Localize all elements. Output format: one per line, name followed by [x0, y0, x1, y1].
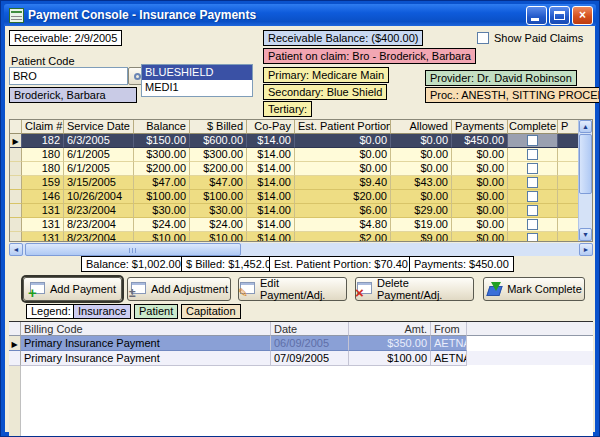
close-button[interactable]: ×	[572, 6, 593, 25]
maximize-button[interactable]	[549, 6, 570, 25]
cell-date: 06/09/2005	[271, 336, 349, 351]
scroll-left-icon[interactable]: ◄	[9, 243, 23, 256]
window-title: Payment Console - Insurance Payments	[28, 8, 526, 22]
receivable-box: Receivable: 2/9/2005	[9, 30, 122, 46]
cell-claim: 182	[22, 134, 64, 148]
payment-row[interactable]: ▶ Primary Insurance Payment 06/09/2005 $…	[9, 336, 593, 351]
complete-checkbox[interactable]	[527, 191, 538, 202]
cell-service-date: 8/23/2004	[64, 204, 134, 218]
col-date[interactable]: Date	[271, 322, 349, 336]
vertical-scroll-thumb[interactable]	[579, 134, 592, 194]
row-indicator	[10, 204, 22, 218]
complete-checkbox[interactable]	[527, 233, 538, 242]
col-amount[interactable]: Amt.	[349, 322, 431, 336]
col-allowed[interactable]: Allowed	[391, 120, 452, 134]
row-indicator	[10, 148, 22, 162]
complete-checkbox[interactable]	[527, 135, 538, 146]
add-payment-icon	[29, 282, 45, 296]
mark-complete-button[interactable]: Mark Complete	[483, 277, 585, 301]
cell-complete	[508, 218, 558, 232]
complete-checkbox[interactable]	[527, 177, 538, 188]
scroll-up-icon[interactable]: ▲	[579, 120, 592, 133]
col-payments[interactable]: Payments	[452, 120, 508, 134]
cell-claim: 131	[22, 232, 64, 242]
add-payment-label: Add Payment	[50, 283, 116, 295]
col-clipped[interactable]: P	[558, 120, 580, 134]
claims-row[interactable]: 180 6/1/2005 $200.00 $200.00 $14.00 $0.0…	[10, 162, 592, 176]
col-claim[interactable]: Claim #	[22, 120, 64, 134]
add-payment-button[interactable]: Add Payment	[23, 277, 122, 301]
claims-row[interactable]: 159 3/15/2005 $47.00 $47.00 $14.00 $9.40…	[10, 176, 592, 190]
cell-complete	[508, 190, 558, 204]
row-indicator	[10, 190, 22, 204]
cell-est-patient-portion: $0.00	[295, 134, 391, 148]
add-adjustment-button[interactable]: Add Adjustment	[127, 277, 231, 301]
plan-item-medi1[interactable]: MEDI1	[142, 80, 252, 95]
claims-horizontal-scrollbar[interactable]: ◄ ►	[9, 243, 593, 256]
claims-vertical-scrollbar[interactable]: ▲ ▼	[578, 120, 592, 241]
payments-table-header: Billing Code Date Amt. From	[9, 322, 593, 336]
patient-code-input[interactable]	[9, 67, 128, 85]
cell-copay: $14.00	[247, 218, 295, 232]
col-copay[interactable]: Co-Pay	[247, 120, 295, 134]
cell-claim: 180	[22, 148, 64, 162]
claims-row[interactable]: 131 8/23/2004 $10.00 $10.00 $14.00 $2.00…	[10, 232, 592, 242]
plan-item-blueshield[interactable]: BLUESHIELD	[142, 65, 252, 80]
cell-allowed: $9.00	[391, 232, 452, 242]
cell-billing-code: Primary Insurance Payment	[21, 351, 271, 366]
cell-service-date: 6/1/2005	[64, 148, 134, 162]
claims-row[interactable]: 146 10/26/2004 $100.00 $100.00 $14.00 $2…	[10, 190, 592, 204]
claims-row[interactable]: 180 6/1/2005 $300.00 $300.00 $14.00 $0.0…	[10, 148, 592, 162]
cell-clipped	[558, 134, 580, 148]
cell-clipped	[558, 176, 580, 190]
cell-amount: $350.00	[349, 336, 431, 351]
cell-service-date: 8/23/2004	[64, 232, 134, 242]
show-paid-claims[interactable]: Show Paid Claims	[477, 32, 583, 44]
total-billed-box: $ Billed: $1,452.00	[181, 256, 282, 272]
col-billing-code[interactable]: Billing Code	[21, 322, 271, 336]
delete-payment-button[interactable]: Delete Payment/Adj.	[355, 277, 474, 301]
claims-row[interactable]: 131 8/23/2004 $30.00 $30.00 $14.00 $6.00…	[10, 204, 592, 218]
claims-grid: Claim # Service Date Balance $ Billed Co…	[9, 119, 593, 242]
col-est-patient-portion[interactable]: Est. Patient Portion	[295, 120, 391, 134]
header-indicator-cell	[10, 120, 22, 134]
cell-clipped	[558, 190, 580, 204]
complete-checkbox[interactable]	[527, 205, 538, 216]
scroll-down-icon[interactable]: ▼	[579, 228, 592, 241]
claims-row[interactable]: 131 8/23/2004 $24.00 $24.00 $14.00 $4.80…	[10, 218, 592, 232]
col-balance[interactable]: Balance	[134, 120, 190, 134]
cell-copay: $14.00	[247, 162, 295, 176]
total-payments-box: Payments: $450.00	[409, 256, 514, 272]
claims-row[interactable]: ▶ 182 6/3/2005 $150.00 $600.00 $14.00 $0…	[10, 134, 592, 148]
horizontal-scroll-thumb[interactable]	[25, 243, 241, 256]
minimize-button[interactable]	[526, 6, 547, 25]
cell-clipped	[558, 218, 580, 232]
payment-console-window: Payment Console - Insurance Payments × R…	[0, 0, 600, 437]
secondary-insurance-box: Secondary: Blue Shield	[263, 84, 387, 100]
cell-payments: $0.00	[452, 204, 508, 218]
complete-checkbox[interactable]	[527, 219, 538, 230]
cell-service-date: 10/26/2004	[64, 190, 134, 204]
cell-allowed: $19.00	[391, 218, 452, 232]
cell-allowed: $0.00	[391, 162, 452, 176]
cell-claim: 180	[22, 162, 64, 176]
col-complete[interactable]: Complete	[508, 120, 558, 134]
scroll-right-icon[interactable]: ►	[579, 243, 593, 256]
complete-checkbox[interactable]	[527, 163, 538, 174]
show-paid-claims-checkbox[interactable]	[477, 32, 489, 44]
cell-payments: $0.00	[452, 218, 508, 232]
cell-amount: $100.00	[349, 351, 431, 366]
cell-allowed: $0.00	[391, 148, 452, 162]
payment-row[interactable]: Primary Insurance Payment 07/09/2005 $10…	[9, 351, 593, 366]
col-service-date[interactable]: Service Date	[64, 120, 134, 134]
col-billed[interactable]: $ Billed	[190, 120, 247, 134]
complete-checkbox[interactable]	[527, 149, 538, 160]
edit-payment-button[interactable]: Edit Payment/Adj.	[238, 277, 347, 301]
cell-balance: $200.00	[134, 162, 190, 176]
mark-complete-icon	[486, 282, 502, 296]
col-from[interactable]: From	[431, 322, 467, 336]
total-est-patient-portion-box: Est. Patient Portion: $70.40	[269, 256, 413, 272]
cell-balance: $300.00	[134, 148, 190, 162]
cell-clipped	[558, 232, 580, 242]
row-indicator	[10, 232, 22, 242]
